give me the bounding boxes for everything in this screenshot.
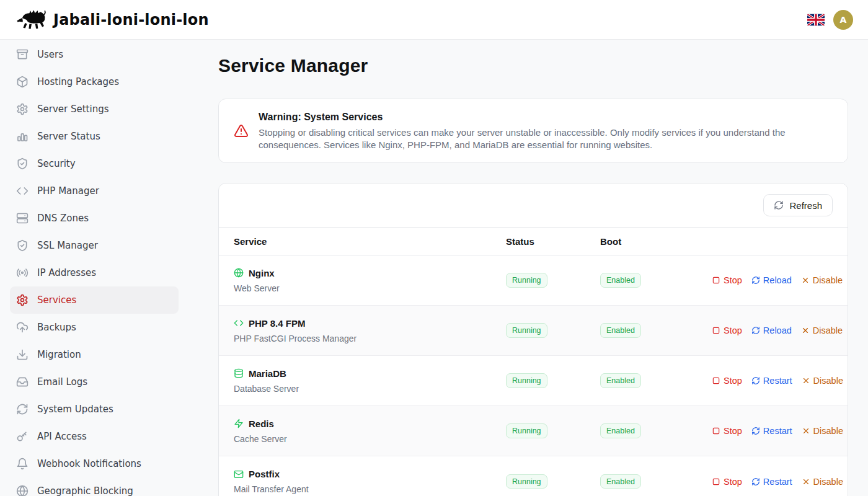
gear-icon (16, 103, 29, 115)
refresh-icon (751, 326, 760, 335)
stop-action-button[interactable]: Stop (712, 426, 742, 436)
archive-icon (16, 48, 29, 61)
restart-action-button[interactable]: Restart (751, 376, 792, 386)
sidebar-item-dns-zones[interactable]: DNS Zones (10, 205, 179, 232)
warning-text: Stopping or disabling critical services … (259, 126, 823, 151)
square-icon (712, 276, 720, 285)
boot-badge: Enabled (600, 423, 641, 438)
action-label: Disable (813, 426, 843, 436)
reload-action-button[interactable]: Reload (751, 275, 792, 285)
service-name: PHP 8.4 FPM (249, 318, 305, 329)
sidebar-item-hosting-packages[interactable]: Hosting Packages (10, 68, 179, 95)
stop-action-button[interactable]: Stop (712, 477, 742, 487)
avatar[interactable]: A (833, 10, 853, 30)
inbox-icon (16, 376, 29, 388)
refresh-button[interactable]: Refresh (763, 194, 833, 216)
boot-badge: Enabled (600, 474, 641, 489)
status-badge: Running (506, 373, 547, 388)
boot-badge: Enabled (600, 273, 641, 288)
service-name: MariaDB (249, 368, 286, 379)
uk-flag-icon[interactable] (807, 14, 825, 26)
sidebar-item-label: Server Settings (37, 104, 108, 115)
sidebar-item-api-access[interactable]: API Access (10, 423, 179, 450)
square-icon (712, 427, 720, 435)
sidebar-item-label: System Updates (37, 404, 113, 415)
brand: Jabali-loni-loni-lon (16, 9, 209, 31)
disable-action-button[interactable]: Disable (802, 477, 843, 487)
sidebar-item-label: PHP Manager (37, 185, 99, 197)
radio-icon (16, 267, 29, 279)
sidebar-item-label: Users (37, 49, 63, 60)
x-icon (801, 326, 810, 335)
sidebar-item-label: Email Logs (37, 376, 87, 388)
boar-logo-icon (16, 9, 47, 31)
sidebar-item-server-settings[interactable]: Server Settings (10, 95, 179, 123)
action-label: Disable (813, 477, 843, 487)
service-name: Redis (249, 418, 274, 429)
cloud-upload-icon (16, 321, 29, 334)
action-label: Restart (763, 376, 792, 386)
globe-icon (16, 485, 29, 496)
column-header-service: Service (219, 236, 506, 247)
disable-action-button[interactable]: Disable (802, 426, 843, 436)
action-label: Restart (763, 477, 792, 487)
refresh-icon (751, 376, 760, 385)
sidebar-item-php-manager[interactable]: PHP Manager (10, 177, 179, 205)
sidebar-item-label: Migration (37, 349, 81, 360)
disable-action-button[interactable]: Disable (801, 275, 843, 285)
bar-chart-icon (16, 130, 29, 143)
alert-triangle-icon (234, 123, 249, 138)
warning-banner: Warning: System Services Stopping or dis… (218, 99, 848, 163)
row-actions: StopRestartDisable (712, 477, 848, 487)
sidebar-item-migration[interactable]: Migration (10, 341, 179, 368)
key-icon (16, 430, 29, 443)
reload-action-button[interactable]: Reload (751, 326, 792, 335)
sidebar-item-label: Webhook Notifications (37, 458, 141, 469)
page-title: Service Manager (218, 55, 848, 76)
disable-action-button[interactable]: Disable (801, 326, 843, 335)
mail-icon (234, 469, 244, 479)
stop-action-button[interactable]: Stop (712, 326, 742, 335)
action-label: Stop (724, 426, 742, 436)
shield-check-icon (16, 157, 29, 170)
globe-icon (234, 268, 244, 278)
sidebar-item-users[interactable]: Users (10, 41, 179, 68)
sidebar-item-webhook-notifications[interactable]: Webhook Notifications (10, 450, 179, 477)
row-actions: StopRestartDisable (712, 376, 848, 386)
table-row: MariaDB Database Server Running Enabled … (219, 356, 848, 406)
x-icon (802, 427, 810, 435)
disable-action-button[interactable]: Disable (802, 376, 843, 386)
sidebar-item-label: Server Status (37, 131, 100, 142)
status-badge: Running (506, 423, 547, 438)
sidebar-item-security[interactable]: Security (10, 150, 179, 177)
code-icon (16, 185, 29, 197)
sidebar-item-backups[interactable]: Backups (10, 314, 179, 341)
sidebar-item-ssl-manager[interactable]: SSL Manager (10, 232, 179, 259)
service-name: Nginx (249, 268, 275, 278)
service-name: Postfix (249, 469, 280, 479)
stop-action-button[interactable]: Stop (712, 275, 742, 285)
row-actions: StopReloadDisable (712, 326, 848, 335)
sidebar-nav: UsersHosting PackagesServer SettingsServ… (0, 40, 188, 496)
sidebar-item-ip-addresses[interactable]: IP Addresses (10, 259, 179, 286)
action-label: Reload (763, 326, 792, 335)
restart-action-button[interactable]: Restart (751, 426, 792, 436)
status-badge: Running (506, 273, 547, 288)
refresh-icon (774, 200, 784, 210)
topbar: Jabali-loni-loni-lon A (0, 0, 868, 40)
square-icon (712, 326, 720, 335)
action-label: Disable (813, 326, 843, 335)
sidebar-item-server-status[interactable]: Server Status (10, 123, 179, 150)
stop-action-button[interactable]: Stop (712, 376, 742, 386)
sidebar-item-geographic-blocking[interactable]: Geographic Blocking (10, 477, 179, 496)
app-title: Jabali-loni-loni-lon (53, 11, 209, 29)
sidebar-item-label: SSL Manager (37, 240, 98, 251)
sidebar-item-system-updates[interactable]: System Updates (10, 396, 179, 423)
restart-action-button[interactable]: Restart (751, 477, 792, 487)
service-description: Cache Server (234, 434, 506, 444)
table-row: Redis Cache Server Running Enabled StopR… (219, 406, 848, 456)
status-badge: Running (506, 323, 547, 338)
sidebar-item-label: IP Addresses (37, 267, 96, 278)
sidebar-item-email-logs[interactable]: Email Logs (10, 368, 179, 396)
sidebar-item-services[interactable]: Services (10, 286, 179, 314)
